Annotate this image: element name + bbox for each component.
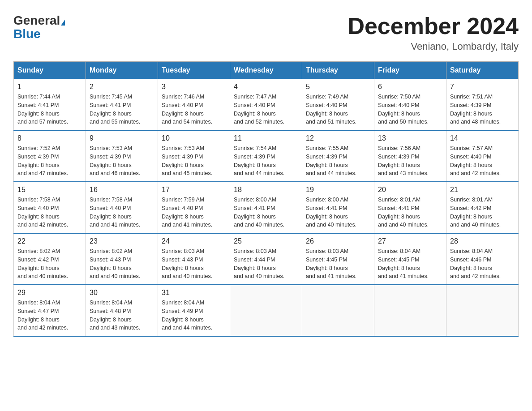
calendar-cell: 25Sunrise: 8:03 AMSunset: 4:44 PMDayligh… [230, 233, 302, 285]
week-row-1: 1Sunrise: 7:44 AMSunset: 4:41 PMDaylight… [14, 79, 519, 131]
day-number: 1 [17, 83, 82, 91]
calendar-cell: 16Sunrise: 7:58 AMSunset: 4:40 PMDayligh… [86, 182, 158, 233]
calendar-cell: 27Sunrise: 8:04 AMSunset: 4:45 PMDayligh… [374, 233, 446, 285]
day-info: Sunrise: 7:54 AMSunset: 4:39 PMDaylight:… [234, 144, 298, 178]
day-info: Sunrise: 7:57 AMSunset: 4:40 PMDaylight:… [450, 144, 515, 178]
calendar-table: SundayMondayTuesdayWednesdayThursdayFrid… [13, 61, 519, 337]
day-info: Sunrise: 7:46 AMSunset: 4:40 PMDaylight:… [162, 93, 226, 126]
calendar-cell: 6Sunrise: 7:50 AMSunset: 4:40 PMDaylight… [374, 79, 446, 131]
calendar-cell: 1Sunrise: 7:44 AMSunset: 4:41 PMDaylight… [14, 79, 86, 131]
day-info: Sunrise: 7:53 AMSunset: 4:39 PMDaylight:… [162, 144, 226, 178]
day-number: 17 [162, 186, 226, 194]
day-number: 14 [450, 134, 515, 142]
day-number: 18 [234, 186, 298, 194]
location-text: Veniano, Lombardy, Italy [348, 41, 519, 52]
logo-general-text: General [13, 13, 65, 28]
day-info: Sunrise: 7:56 AMSunset: 4:39 PMDaylight:… [378, 144, 442, 178]
day-info: Sunrise: 8:04 AMSunset: 4:48 PMDaylight:… [90, 299, 154, 332]
day-number: 30 [90, 289, 154, 297]
day-number: 29 [17, 289, 82, 297]
day-number: 23 [90, 237, 154, 245]
day-info: Sunrise: 8:02 AMSunset: 4:42 PMDaylight:… [17, 247, 82, 281]
header-sunday: Sunday [14, 62, 86, 79]
calendar-cell: 9Sunrise: 7:53 AMSunset: 4:39 PMDaylight… [86, 130, 158, 182]
day-number: 13 [378, 134, 442, 142]
month-title: December 2024 [348, 13, 519, 39]
day-info: Sunrise: 7:49 AMSunset: 4:40 PMDaylight:… [306, 93, 370, 126]
page-header: General Blue December 2024 Veniano, Lomb… [13, 13, 519, 52]
day-number: 21 [450, 186, 515, 194]
header-tuesday: Tuesday [158, 62, 230, 79]
calendar-cell: 31Sunrise: 8:04 AMSunset: 4:49 PMDayligh… [158, 285, 230, 336]
header-friday: Friday [374, 62, 446, 79]
day-number: 6 [378, 83, 442, 91]
day-info: Sunrise: 8:04 AMSunset: 4:45 PMDaylight:… [378, 247, 442, 281]
day-info: Sunrise: 7:44 AMSunset: 4:41 PMDaylight:… [17, 93, 82, 126]
day-number: 22 [17, 237, 82, 245]
day-info: Sunrise: 7:51 AMSunset: 4:39 PMDaylight:… [450, 93, 515, 126]
day-number: 24 [162, 237, 226, 245]
calendar-cell: 14Sunrise: 7:57 AMSunset: 4:40 PMDayligh… [446, 130, 519, 182]
header-wednesday: Wednesday [230, 62, 302, 79]
day-info: Sunrise: 8:04 AMSunset: 4:46 PMDaylight:… [450, 247, 515, 281]
calendar-cell: 18Sunrise: 8:00 AMSunset: 4:41 PMDayligh… [230, 182, 302, 233]
day-number: 28 [450, 237, 515, 245]
calendar-cell: 4Sunrise: 7:47 AMSunset: 4:40 PMDaylight… [230, 79, 302, 131]
day-number: 26 [306, 237, 370, 245]
calendar-cell: 19Sunrise: 8:00 AMSunset: 4:41 PMDayligh… [302, 182, 374, 233]
calendar-cell: 23Sunrise: 8:02 AMSunset: 4:43 PMDayligh… [86, 233, 158, 285]
calendar-cell: 7Sunrise: 7:51 AMSunset: 4:39 PMDaylight… [446, 79, 519, 131]
calendar-cell: 22Sunrise: 8:02 AMSunset: 4:42 PMDayligh… [14, 233, 86, 285]
calendar-cell: 29Sunrise: 8:04 AMSunset: 4:47 PMDayligh… [14, 285, 86, 336]
day-number: 27 [378, 237, 442, 245]
header-monday: Monday [86, 62, 158, 79]
day-number: 8 [17, 134, 82, 142]
day-info: Sunrise: 7:50 AMSunset: 4:40 PMDaylight:… [378, 93, 442, 126]
logo-blue-text: Blue [13, 27, 41, 41]
day-info: Sunrise: 7:59 AMSunset: 4:40 PMDaylight:… [162, 196, 226, 229]
calendar-cell: 30Sunrise: 8:04 AMSunset: 4:48 PMDayligh… [86, 285, 158, 336]
calendar-cell: 28Sunrise: 8:04 AMSunset: 4:46 PMDayligh… [446, 233, 519, 285]
day-info: Sunrise: 7:58 AMSunset: 4:40 PMDaylight:… [90, 196, 154, 229]
day-info: Sunrise: 7:55 AMSunset: 4:39 PMDaylight:… [306, 144, 370, 178]
calendar-cell [446, 285, 519, 336]
calendar-cell [374, 285, 446, 336]
day-number: 16 [90, 186, 154, 194]
day-info: Sunrise: 8:01 AMSunset: 4:41 PMDaylight:… [378, 196, 442, 229]
logo-triangle-icon [61, 20, 65, 26]
calendar-cell [302, 285, 374, 336]
calendar-cell: 21Sunrise: 8:01 AMSunset: 4:42 PMDayligh… [446, 182, 519, 233]
day-number: 11 [234, 134, 298, 142]
day-info: Sunrise: 8:03 AMSunset: 4:45 PMDaylight:… [306, 247, 370, 281]
calendar-cell: 26Sunrise: 8:03 AMSunset: 4:45 PMDayligh… [302, 233, 374, 285]
header-thursday: Thursday [302, 62, 374, 79]
day-number: 12 [306, 134, 370, 142]
day-number: 9 [90, 134, 154, 142]
calendar-cell: 24Sunrise: 8:03 AMSunset: 4:43 PMDayligh… [158, 233, 230, 285]
calendar-cell: 8Sunrise: 7:52 AMSunset: 4:39 PMDaylight… [14, 130, 86, 182]
calendar-cell: 12Sunrise: 7:55 AMSunset: 4:39 PMDayligh… [302, 130, 374, 182]
day-number: 2 [90, 83, 154, 91]
day-number: 4 [234, 83, 298, 91]
calendar-cell [230, 285, 302, 336]
day-number: 7 [450, 83, 515, 91]
header-saturday: Saturday [446, 62, 519, 79]
day-info: Sunrise: 7:45 AMSunset: 4:41 PMDaylight:… [90, 93, 154, 126]
calendar-header-row: SundayMondayTuesdayWednesdayThursdayFrid… [14, 62, 519, 79]
calendar-cell: 13Sunrise: 7:56 AMSunset: 4:39 PMDayligh… [374, 130, 446, 182]
calendar-cell: 17Sunrise: 7:59 AMSunset: 4:40 PMDayligh… [158, 182, 230, 233]
day-info: Sunrise: 7:47 AMSunset: 4:40 PMDaylight:… [234, 93, 298, 126]
day-number: 31 [162, 289, 226, 297]
calendar-cell: 5Sunrise: 7:49 AMSunset: 4:40 PMDaylight… [302, 79, 374, 131]
day-number: 10 [162, 134, 226, 142]
day-info: Sunrise: 8:03 AMSunset: 4:44 PMDaylight:… [234, 247, 298, 281]
day-info: Sunrise: 7:58 AMSunset: 4:40 PMDaylight:… [17, 196, 82, 229]
day-number: 25 [234, 237, 298, 245]
week-row-2: 8Sunrise: 7:52 AMSunset: 4:39 PMDaylight… [14, 130, 519, 182]
day-number: 19 [306, 186, 370, 194]
title-area: December 2024 Veniano, Lombardy, Italy [348, 13, 519, 52]
day-info: Sunrise: 7:52 AMSunset: 4:39 PMDaylight:… [17, 144, 82, 178]
calendar-cell: 10Sunrise: 7:53 AMSunset: 4:39 PMDayligh… [158, 130, 230, 182]
calendar-cell: 3Sunrise: 7:46 AMSunset: 4:40 PMDaylight… [158, 79, 230, 131]
calendar-cell: 2Sunrise: 7:45 AMSunset: 4:41 PMDaylight… [86, 79, 158, 131]
